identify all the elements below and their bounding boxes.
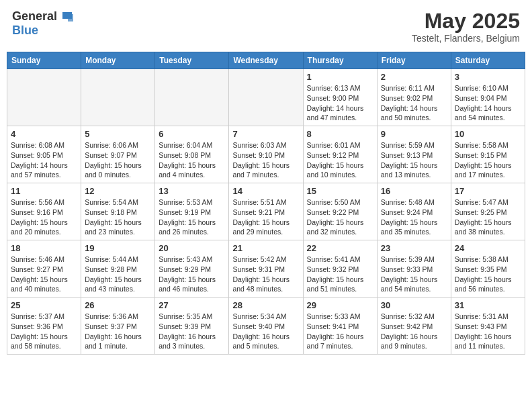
calendar-cell: 31Sunrise: 5:31 AM Sunset: 9:43 PM Dayli…: [451, 298, 525, 355]
day-info: Sunrise: 5:46 AM Sunset: 9:27 PM Dayligh…: [11, 255, 77, 294]
day-info: Sunrise: 5:48 AM Sunset: 9:24 PM Dayligh…: [381, 197, 447, 237]
calendar-cell: 29Sunrise: 5:33 AM Sunset: 9:41 PM Dayli…: [303, 298, 377, 355]
day-number: 30: [381, 300, 447, 310]
day-number: 21: [232, 243, 299, 253]
day-info: Sunrise: 5:43 AM Sunset: 9:29 PM Dayligh…: [159, 255, 225, 294]
day-info: Sunrise: 5:53 AM Sunset: 9:19 PM Dayligh…: [159, 197, 225, 237]
calendar-cell: 21Sunrise: 5:42 AM Sunset: 9:31 PM Dayli…: [229, 240, 303, 298]
calendar-cell: 10Sunrise: 5:58 AM Sunset: 9:15 PM Dayli…: [451, 126, 525, 183]
day-info: Sunrise: 6:04 AM Sunset: 9:08 PM Dayligh…: [159, 140, 225, 180]
calendar-cell: 7Sunrise: 6:03 AM Sunset: 9:10 PM Daylig…: [229, 126, 303, 183]
logo-icon: [58, 11, 73, 23]
day-info: Sunrise: 5:33 AM Sunset: 9:41 PM Dayligh…: [307, 312, 373, 351]
day-number: 3: [455, 72, 521, 82]
day-number: 16: [381, 186, 447, 196]
day-number: 6: [159, 129, 225, 139]
calendar-cell: 16Sunrise: 5:48 AM Sunset: 9:24 PM Dayli…: [377, 183, 451, 240]
calendar-title: May 2025: [412, 9, 520, 33]
day-number: 5: [85, 129, 151, 139]
page-header: General Blue May 2025 Testelt, Flanders,…: [7, 7, 525, 46]
day-number: 22: [307, 243, 373, 253]
calendar-cell: 26Sunrise: 5:36 AM Sunset: 9:37 PM Dayli…: [81, 298, 155, 355]
calendar-table: SundayMondayTuesdayWednesdayThursdayFrid…: [7, 52, 525, 355]
day-info: Sunrise: 6:13 AM Sunset: 9:00 PM Dayligh…: [307, 83, 373, 123]
day-info: Sunrise: 5:34 AM Sunset: 9:40 PM Dayligh…: [232, 312, 299, 351]
day-info: Sunrise: 5:44 AM Sunset: 9:28 PM Dayligh…: [85, 255, 151, 294]
day-number: 24: [455, 243, 521, 253]
day-info: Sunrise: 6:08 AM Sunset: 9:05 PM Dayligh…: [11, 140, 77, 180]
day-number: 10: [455, 129, 521, 139]
calendar-cell: 8Sunrise: 6:01 AM Sunset: 9:12 PM Daylig…: [303, 126, 377, 183]
day-number: 25: [11, 300, 77, 310]
day-info: Sunrise: 5:42 AM Sunset: 9:31 PM Dayligh…: [232, 255, 299, 294]
weekday-header-saturday: Saturday: [451, 52, 525, 69]
svg-marker-1: [68, 14, 73, 21]
day-info: Sunrise: 5:32 AM Sunset: 9:42 PM Dayligh…: [381, 312, 447, 351]
day-info: Sunrise: 5:37 AM Sunset: 9:36 PM Dayligh…: [11, 312, 77, 351]
weekday-header-wednesday: Wednesday: [229, 52, 303, 69]
week-row-2: 4Sunrise: 6:08 AM Sunset: 9:05 PM Daylig…: [7, 126, 525, 183]
day-info: Sunrise: 6:06 AM Sunset: 9:07 PM Dayligh…: [85, 140, 151, 180]
calendar-location: Testelt, Flanders, Belgium: [412, 33, 520, 44]
week-row-1: 1Sunrise: 6:13 AM Sunset: 9:00 PM Daylig…: [7, 69, 525, 126]
day-number: 8: [307, 129, 373, 139]
calendar-cell: 13Sunrise: 5:53 AM Sunset: 9:19 PM Dayli…: [155, 183, 229, 240]
day-number: 11: [11, 186, 77, 196]
day-number: 2: [381, 72, 447, 82]
day-number: 17: [455, 186, 521, 196]
day-number: 18: [11, 243, 77, 253]
calendar-cell: 17Sunrise: 5:47 AM Sunset: 9:25 PM Dayli…: [451, 183, 525, 240]
day-number: 26: [85, 300, 151, 310]
calendar-cell: 3Sunrise: 6:10 AM Sunset: 9:04 PM Daylig…: [451, 69, 525, 126]
day-number: 29: [307, 300, 373, 310]
day-number: 12: [85, 186, 151, 196]
calendar-cell: [81, 69, 155, 126]
calendar-cell: [229, 69, 303, 126]
day-info: Sunrise: 5:58 AM Sunset: 9:15 PM Dayligh…: [455, 140, 521, 180]
day-info: Sunrise: 5:39 AM Sunset: 9:33 PM Dayligh…: [381, 255, 447, 294]
day-number: 27: [159, 300, 225, 310]
calendar-cell: 24Sunrise: 5:38 AM Sunset: 9:35 PM Dayli…: [451, 240, 525, 298]
calendar-cell: 20Sunrise: 5:43 AM Sunset: 9:29 PM Dayli…: [155, 240, 229, 298]
day-info: Sunrise: 5:50 AM Sunset: 9:22 PM Dayligh…: [307, 197, 373, 237]
calendar-cell: 1Sunrise: 6:13 AM Sunset: 9:00 PM Daylig…: [303, 69, 377, 126]
day-number: 7: [232, 129, 299, 139]
day-info: Sunrise: 5:41 AM Sunset: 9:32 PM Dayligh…: [307, 255, 373, 294]
calendar-cell: 2Sunrise: 6:11 AM Sunset: 9:02 PM Daylig…: [377, 69, 451, 126]
day-info: Sunrise: 5:56 AM Sunset: 9:16 PM Dayligh…: [11, 197, 77, 237]
logo-blue-text: Blue: [12, 24, 38, 37]
day-info: Sunrise: 5:31 AM Sunset: 9:43 PM Dayligh…: [455, 312, 521, 351]
day-info: Sunrise: 6:11 AM Sunset: 9:02 PM Dayligh…: [381, 83, 447, 123]
week-row-4: 18Sunrise: 5:46 AM Sunset: 9:27 PM Dayli…: [7, 240, 525, 298]
weekday-header-friday: Friday: [377, 52, 451, 69]
weekday-header-sunday: Sunday: [7, 52, 81, 69]
weekday-header-thursday: Thursday: [303, 52, 377, 69]
calendar-cell: 12Sunrise: 5:54 AM Sunset: 9:18 PM Dayli…: [81, 183, 155, 240]
weekday-header-monday: Monday: [81, 52, 155, 69]
day-number: 4: [11, 129, 77, 139]
day-info: Sunrise: 5:59 AM Sunset: 9:13 PM Dayligh…: [381, 140, 447, 180]
day-info: Sunrise: 6:01 AM Sunset: 9:12 PM Dayligh…: [307, 140, 373, 180]
weekday-header-tuesday: Tuesday: [155, 52, 229, 69]
week-row-3: 11Sunrise: 5:56 AM Sunset: 9:16 PM Dayli…: [7, 183, 525, 240]
day-number: 28: [232, 300, 299, 310]
day-info: Sunrise: 5:54 AM Sunset: 9:18 PM Dayligh…: [85, 197, 151, 237]
calendar-cell: 28Sunrise: 5:34 AM Sunset: 9:40 PM Dayli…: [229, 298, 303, 355]
calendar-cell: [155, 69, 229, 126]
day-info: Sunrise: 5:47 AM Sunset: 9:25 PM Dayligh…: [455, 197, 521, 237]
calendar-cell: 30Sunrise: 5:32 AM Sunset: 9:42 PM Dayli…: [377, 298, 451, 355]
weekday-header-row: SundayMondayTuesdayWednesdayThursdayFrid…: [7, 52, 525, 69]
day-info: Sunrise: 5:36 AM Sunset: 9:37 PM Dayligh…: [85, 312, 151, 351]
calendar-cell: 15Sunrise: 5:50 AM Sunset: 9:22 PM Dayli…: [303, 183, 377, 240]
calendar-cell: 22Sunrise: 5:41 AM Sunset: 9:32 PM Dayli…: [303, 240, 377, 298]
day-number: 14: [232, 186, 299, 196]
day-number: 31: [455, 300, 521, 310]
day-number: 19: [85, 243, 151, 253]
calendar-cell: 27Sunrise: 5:35 AM Sunset: 9:39 PM Dayli…: [155, 298, 229, 355]
day-number: 23: [381, 243, 447, 253]
logo: General Blue: [12, 9, 73, 38]
calendar-cell: 5Sunrise: 6:06 AM Sunset: 9:07 PM Daylig…: [81, 126, 155, 183]
day-number: 1: [307, 72, 373, 82]
day-number: 9: [381, 129, 447, 139]
calendar-cell: [7, 69, 81, 126]
